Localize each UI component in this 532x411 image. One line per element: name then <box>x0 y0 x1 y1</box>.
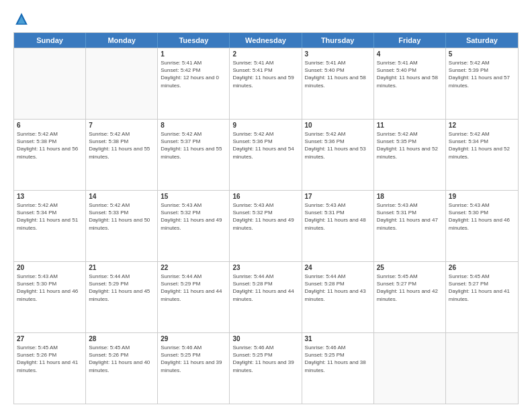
calendar-day-14: 14Sunrise: 5:42 AMSunset: 5:33 PMDayligh… <box>86 191 158 261</box>
day-info: Sunrise: 5:42 AMSunset: 5:39 PMDaylight:… <box>449 59 515 89</box>
calendar-day-4: 4Sunrise: 5:41 AMSunset: 5:40 PMDaylight… <box>374 48 446 119</box>
calendar-day-19: 19Sunrise: 5:43 AMSunset: 5:30 PMDayligh… <box>446 191 518 261</box>
calendar-day-6: 6Sunrise: 5:42 AMSunset: 5:38 PMDaylight… <box>14 120 86 190</box>
calendar-day-5: 5Sunrise: 5:42 AMSunset: 5:39 PMDaylight… <box>446 48 518 119</box>
calendar-day-21: 21Sunrise: 5:44 AMSunset: 5:29 PMDayligh… <box>86 262 158 332</box>
day-number: 23 <box>232 264 298 271</box>
day-info: Sunrise: 5:42 AMSunset: 5:36 PMDaylight:… <box>305 130 371 161</box>
day-number: 18 <box>377 193 443 200</box>
calendar-empty-cell <box>446 333 518 404</box>
calendar-empty-cell <box>374 333 446 404</box>
day-info: Sunrise: 5:43 AMSunset: 5:30 PMDaylight:… <box>17 273 83 303</box>
calendar-day-12: 12Sunrise: 5:42 AMSunset: 5:34 PMDayligh… <box>446 120 518 190</box>
day-number: 8 <box>161 122 226 129</box>
day-info: Sunrise: 5:41 AMSunset: 5:41 PMDaylight:… <box>232 59 298 89</box>
calendar-day-31: 31Sunrise: 5:46 AMSunset: 5:25 PMDayligh… <box>302 333 374 404</box>
calendar-day-15: 15Sunrise: 5:43 AMSunset: 5:32 PMDayligh… <box>158 191 230 261</box>
day-info: Sunrise: 5:45 AMSunset: 5:26 PMDaylight:… <box>89 344 154 374</box>
day-number: 15 <box>161 193 226 200</box>
day-number: 26 <box>449 264 515 271</box>
logo <box>13 11 32 27</box>
header-day-tuesday: Tuesday <box>158 33 230 48</box>
header-day-sunday: Sunday <box>14 33 86 48</box>
calendar-day-17: 17Sunrise: 5:43 AMSunset: 5:31 PMDayligh… <box>302 191 374 261</box>
calendar-day-2: 2Sunrise: 5:41 AMSunset: 5:41 PMDaylight… <box>230 48 302 119</box>
day-number: 29 <box>161 335 226 342</box>
day-info: Sunrise: 5:43 AMSunset: 5:31 PMDaylight:… <box>377 201 443 232</box>
day-number: 16 <box>232 193 298 200</box>
day-info: Sunrise: 5:42 AMSunset: 5:33 PMDaylight:… <box>89 201 154 232</box>
day-info: Sunrise: 5:43 AMSunset: 5:32 PMDaylight:… <box>161 201 226 232</box>
calendar-empty-cell <box>86 48 158 119</box>
calendar-day-7: 7Sunrise: 5:42 AMSunset: 5:38 PMDaylight… <box>86 120 158 190</box>
calendar-empty-cell <box>14 48 86 119</box>
calendar-week-2: 6Sunrise: 5:42 AMSunset: 5:38 PMDaylight… <box>14 119 518 190</box>
day-info: Sunrise: 5:42 AMSunset: 5:38 PMDaylight:… <box>17 130 83 161</box>
calendar: SundayMondayTuesdayWednesdayThursdayFrid… <box>13 32 519 404</box>
day-number: 13 <box>17 193 83 200</box>
header-day-monday: Monday <box>86 33 158 48</box>
calendar-day-8: 8Sunrise: 5:42 AMSunset: 5:37 PMDaylight… <box>158 120 230 190</box>
calendar-day-24: 24Sunrise: 5:44 AMSunset: 5:28 PMDayligh… <box>302 262 374 332</box>
day-info: Sunrise: 5:41 AMSunset: 5:42 PMDaylight:… <box>161 59 226 89</box>
calendar-day-27: 27Sunrise: 5:45 AMSunset: 5:26 PMDayligh… <box>14 333 86 404</box>
day-number: 2 <box>232 50 298 58</box>
calendar-day-23: 23Sunrise: 5:44 AMSunset: 5:28 PMDayligh… <box>230 262 302 332</box>
day-info: Sunrise: 5:43 AMSunset: 5:32 PMDaylight:… <box>232 201 298 232</box>
calendar-week-3: 13Sunrise: 5:42 AMSunset: 5:34 PMDayligh… <box>14 190 518 261</box>
day-info: Sunrise: 5:43 AMSunset: 5:31 PMDaylight:… <box>305 201 371 232</box>
day-info: Sunrise: 5:46 AMSunset: 5:25 PMDaylight:… <box>161 344 226 374</box>
day-info: Sunrise: 5:44 AMSunset: 5:28 PMDaylight:… <box>305 273 371 303</box>
logo-icon <box>13 11 30 27</box>
day-number: 24 <box>305 264 371 271</box>
calendar-day-10: 10Sunrise: 5:42 AMSunset: 5:36 PMDayligh… <box>302 120 374 190</box>
header-day-wednesday: Wednesday <box>230 33 302 48</box>
day-number: 4 <box>377 50 443 58</box>
day-number: 21 <box>89 264 154 271</box>
day-info: Sunrise: 5:44 AMSunset: 5:29 PMDaylight:… <box>161 273 226 303</box>
day-number: 22 <box>161 264 226 271</box>
day-info: Sunrise: 5:45 AMSunset: 5:26 PMDaylight:… <box>17 344 83 374</box>
header-day-thursday: Thursday <box>302 33 374 48</box>
day-info: Sunrise: 5:42 AMSunset: 5:34 PMDaylight:… <box>17 201 83 232</box>
header-day-friday: Friday <box>374 33 446 48</box>
calendar-header: SundayMondayTuesdayWednesdayThursdayFrid… <box>14 33 518 48</box>
calendar-day-13: 13Sunrise: 5:42 AMSunset: 5:34 PMDayligh… <box>14 191 86 261</box>
calendar-day-28: 28Sunrise: 5:45 AMSunset: 5:26 PMDayligh… <box>86 333 158 404</box>
day-number: 11 <box>377 122 443 129</box>
calendar-day-3: 3Sunrise: 5:41 AMSunset: 5:40 PMDaylight… <box>302 48 374 119</box>
day-number: 28 <box>89 335 154 342</box>
day-number: 19 <box>449 193 515 200</box>
calendar-week-5: 27Sunrise: 5:45 AMSunset: 5:26 PMDayligh… <box>14 332 518 404</box>
calendar-day-20: 20Sunrise: 5:43 AMSunset: 5:30 PMDayligh… <box>14 262 86 332</box>
day-number: 20 <box>17 264 83 271</box>
calendar-week-4: 20Sunrise: 5:43 AMSunset: 5:30 PMDayligh… <box>14 261 518 332</box>
day-info: Sunrise: 5:42 AMSunset: 5:36 PMDaylight:… <box>232 130 298 161</box>
day-number: 27 <box>17 335 83 342</box>
day-info: Sunrise: 5:46 AMSunset: 5:25 PMDaylight:… <box>232 344 298 374</box>
day-number: 9 <box>232 122 298 129</box>
day-number: 3 <box>305 50 371 58</box>
day-info: Sunrise: 5:44 AMSunset: 5:28 PMDaylight:… <box>232 273 298 303</box>
day-info: Sunrise: 5:42 AMSunset: 5:37 PMDaylight:… <box>161 130 226 161</box>
calendar-day-11: 11Sunrise: 5:42 AMSunset: 5:35 PMDayligh… <box>374 120 446 190</box>
day-number: 17 <box>305 193 371 200</box>
day-info: Sunrise: 5:42 AMSunset: 5:34 PMDaylight:… <box>449 130 515 161</box>
day-number: 7 <box>89 122 154 129</box>
day-number: 6 <box>17 122 83 129</box>
calendar-body: 1Sunrise: 5:41 AMSunset: 5:42 PMDaylight… <box>14 48 518 404</box>
page-header <box>13 11 519 27</box>
calendar-day-30: 30Sunrise: 5:46 AMSunset: 5:25 PMDayligh… <box>230 333 302 404</box>
day-number: 12 <box>449 122 515 129</box>
day-number: 14 <box>89 193 154 200</box>
calendar-day-26: 26Sunrise: 5:45 AMSunset: 5:27 PMDayligh… <box>446 262 518 332</box>
day-info: Sunrise: 5:44 AMSunset: 5:29 PMDaylight:… <box>89 273 154 303</box>
calendar-week-1: 1Sunrise: 5:41 AMSunset: 5:42 PMDaylight… <box>14 48 518 119</box>
day-number: 5 <box>449 50 515 58</box>
day-info: Sunrise: 5:45 AMSunset: 5:27 PMDaylight:… <box>377 273 443 303</box>
day-info: Sunrise: 5:45 AMSunset: 5:27 PMDaylight:… <box>449 273 515 303</box>
day-info: Sunrise: 5:42 AMSunset: 5:35 PMDaylight:… <box>377 130 443 161</box>
calendar-day-22: 22Sunrise: 5:44 AMSunset: 5:29 PMDayligh… <box>158 262 230 332</box>
day-number: 10 <box>305 122 371 129</box>
day-info: Sunrise: 5:42 AMSunset: 5:38 PMDaylight:… <box>89 130 154 161</box>
